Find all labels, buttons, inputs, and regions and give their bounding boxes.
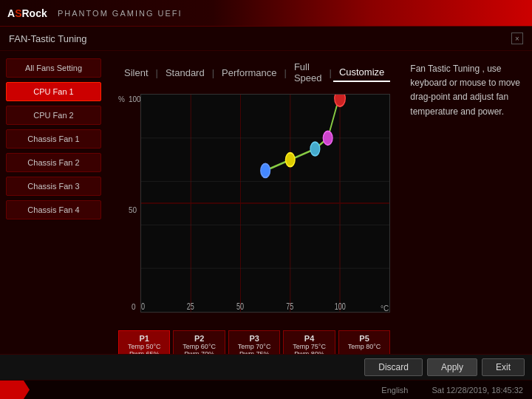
- tab-sep-2: |: [211, 67, 216, 78]
- svg-point-16: [285, 153, 295, 167]
- asrock-logo-bar: [0, 381, 30, 399]
- tab-sep-4: |: [327, 67, 332, 78]
- svg-text:25: 25: [187, 301, 194, 312]
- svg-text:50: 50: [236, 301, 244, 312]
- info-panel: Fan Tastic Tuning , use keyboard or mous…: [401, 51, 532, 369]
- title-bar: FAN-Tastic Tuning ×: [0, 27, 532, 51]
- svg-text:75: 75: [286, 301, 293, 312]
- tab-customize[interactable]: Customize: [333, 64, 390, 82]
- sidebar-item-chassis1[interactable]: Chassis Fan 1: [6, 129, 101, 149]
- svg-point-19: [335, 95, 346, 106]
- tab-performance[interactable]: Performance: [216, 64, 282, 81]
- chart-svg: 0 25 50 75 100: [141, 95, 389, 312]
- svg-text:100: 100: [335, 301, 346, 312]
- language-selector[interactable]: English: [366, 386, 423, 395]
- sidebar-item-chassis3[interactable]: Chassis Fan 3: [6, 177, 101, 196]
- tab-silent[interactable]: Silent: [118, 64, 154, 81]
- tab-standard[interactable]: Standard: [160, 64, 211, 81]
- close-button[interactable]: ×: [511, 33, 523, 44]
- tab-nav: Silent | Standard | Performance | Full S…: [118, 58, 390, 86]
- tab-fullspeed[interactable]: Full Speed: [288, 58, 328, 86]
- p5-temp: Temp 80°C: [345, 343, 383, 350]
- apply-button[interactable]: Apply: [427, 358, 477, 376]
- tab-sep-3: |: [283, 67, 288, 78]
- info-text: Fan Tastic Tuning , use keyboard or mous…: [410, 62, 523, 119]
- sidebar: All Fans Setting CPU Fan 1 CPU Fan 2 Cha…: [0, 51, 107, 369]
- p5-label: P5: [345, 334, 383, 343]
- window-title: FAN-Tastic Tuning: [9, 33, 87, 44]
- chart-y-0: 0: [132, 303, 136, 311]
- sidebar-item-chassis2[interactable]: Chassis Fan 2: [6, 153, 101, 172]
- svg-point-18: [323, 131, 332, 145]
- bottom-section: Discard Apply Exit English Sat 12/28/201…: [0, 354, 532, 399]
- chart-y-100: 100: [129, 95, 141, 103]
- sidebar-item-chassis4[interactable]: Chassis Fan 4: [6, 200, 101, 219]
- svg-point-17: [310, 142, 320, 156]
- chart-x-label: °C: [381, 304, 389, 313]
- center-area: Silent | Standard | Performance | Full S…: [107, 51, 401, 369]
- sidebar-item-cpu2[interactable]: CPU Fan 2: [6, 106, 101, 125]
- main-content: All Fans Setting CPU Fan 1 CPU Fan 2 Cha…: [0, 51, 532, 369]
- p1-label: P1: [125, 334, 163, 343]
- p3-temp: Temp 70°C: [235, 343, 273, 350]
- header-bar: ASRock PHANTOM GAMING UEFI: [0, 0, 532, 27]
- svg-text:ASRock: ASRock: [7, 7, 47, 19]
- svg-point-15: [261, 164, 270, 178]
- p2-label: P2: [180, 334, 218, 343]
- p3-label: P3: [235, 334, 273, 343]
- exit-button[interactable]: Exit: [482, 358, 525, 376]
- sidebar-item-cpu1[interactable]: CPU Fan 1: [6, 82, 101, 101]
- p4-temp: Temp 75°C: [290, 343, 328, 350]
- svg-text:0: 0: [141, 301, 145, 312]
- chart-y-50: 50: [129, 206, 137, 214]
- all-fans-button[interactable]: All Fans Setting: [6, 58, 101, 78]
- discard-button[interactable]: Discard: [364, 358, 423, 376]
- datetime-display: Sat 12/28/2019, 18:45:32: [423, 386, 532, 395]
- brand-logo: ASRock PHANTOM GAMING UEFI: [7, 5, 183, 21]
- p2-temp: Temp 60°C: [180, 343, 218, 350]
- p4-label: P4: [290, 334, 328, 343]
- p1-temp: Temp 50°C: [125, 343, 163, 350]
- chart-y-label: %: [118, 95, 125, 103]
- asrock-logo-icon: ASRock: [7, 5, 52, 21]
- phantom-subtitle: PHANTOM GAMING UEFI: [58, 9, 183, 18]
- tab-sep-1: |: [154, 67, 160, 78]
